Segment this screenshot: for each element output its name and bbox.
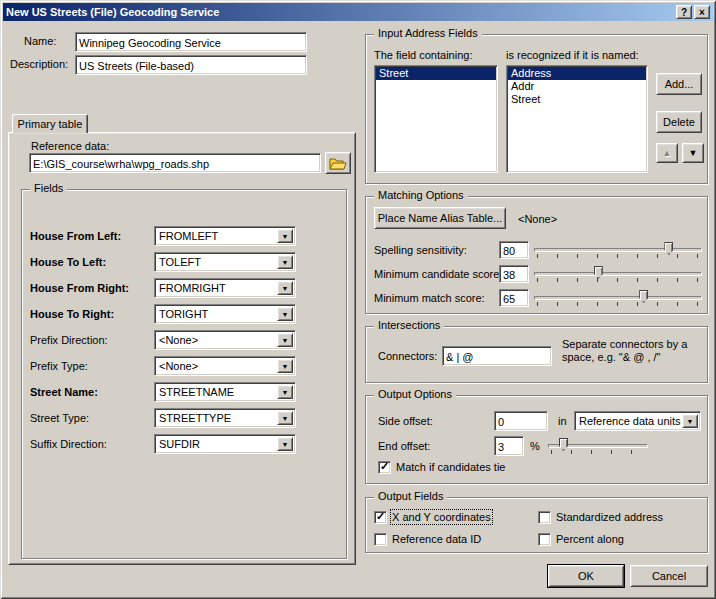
end-offset-input[interactable] [494,436,524,456]
chevron-down-icon[interactable]: ▼ [277,229,293,243]
input-address-fields-group: Input Address Fields The field containin… [365,34,708,184]
checkbox-box[interactable] [538,511,551,524]
help-icon[interactable]: ? [676,5,692,19]
house-from-left-dropdown[interactable]: FROMLEFT ▼ [154,226,296,246]
chevron-down-icon[interactable]: ▼ [682,414,698,428]
list-item[interactable]: Street [376,67,496,80]
description-label: Description: [10,58,68,70]
recognized-listbox[interactable]: Address Addr Street [506,65,648,173]
slider-track [534,272,702,276]
reference-data-input[interactable] [29,153,321,173]
prefix-direction-dropdown[interactable]: <None> ▼ [154,330,296,350]
checkbox-box[interactable] [374,511,387,524]
street-type-dropdown[interactable]: STREETTYPE ▼ [154,408,296,428]
minimum-match-score-slider[interactable] [534,289,702,307]
spelling-sensitivity-input[interactable] [499,241,529,259]
output-fields-group: Output Fields X and Y coordinates Standa… [365,497,708,553]
side-offset-label: Side offset: [378,415,433,427]
output-fields-title: Output Fields [374,490,447,503]
house-from-right-dropdown[interactable]: FROMRIGHT ▼ [154,278,296,298]
recognized-label: is recognized if it is named: [506,49,639,61]
add-button[interactable]: Add... [656,73,702,95]
checkbox-label: Percent along [556,533,624,545]
prefix-type-dropdown[interactable]: <None> ▼ [154,356,296,376]
matching-options-title: Matching Options [374,189,468,202]
spelling-sensitivity-slider[interactable] [534,241,702,259]
xy-coordinates-checkbox-row[interactable]: X and Y coordinates [374,510,491,524]
chevron-down-icon[interactable]: ▼ [277,281,293,295]
intersections-group: Intersections Connectors: Separate conne… [365,326,708,383]
list-item[interactable]: Street [508,93,646,106]
place-name-alias-button[interactable]: Place Name Alias Table... [374,207,506,229]
description-input[interactable] [75,55,307,75]
chevron-down-icon[interactable]: ▼ [277,307,293,321]
ok-button[interactable]: OK [548,565,624,587]
side-offset-units-dropdown[interactable]: Reference data units ▼ [574,411,701,431]
titlebar[interactable]: New US Streets (File) Geocoding Service … [3,3,713,21]
house-to-left-dropdown[interactable]: TOLEFT ▼ [154,252,296,272]
field-containing-listbox[interactable]: Street [374,65,498,173]
output-options-group: Output Options Side offset: in Reference… [365,395,708,484]
open-folder-icon [329,157,347,170]
house-to-right-dropdown[interactable]: TORIGHT ▼ [154,304,296,324]
checkbox-box[interactable] [378,461,391,474]
street-name-dropdown[interactable]: STREETNAME ▼ [154,382,296,402]
name-input[interactable] [75,32,307,52]
name-label: Name: [24,35,56,47]
chevron-down-icon[interactable]: ▼ [277,359,293,373]
checkbox-label: Match if candidates tie [396,461,505,473]
spelling-sensitivity-label: Spelling sensitivity: [374,244,467,256]
end-offset-label: End offset: [378,440,430,452]
chevron-down-icon[interactable]: ▼ [277,255,293,269]
match-tie-checkbox-row[interactable]: Match if candidates tie [378,460,505,474]
chevron-down-icon[interactable]: ▼ [277,411,293,425]
matching-options-group: Matching Options Place Name Alias Table.… [365,196,708,314]
reference-data-label: Reference data: [31,140,109,152]
end-offset-slider[interactable] [548,437,648,455]
dropdown-value: Reference data units [579,415,681,427]
minimum-candidate-score-input[interactable] [499,265,529,283]
dropdown-value: <None> [159,334,198,346]
slider-track [534,248,702,252]
browse-button[interactable] [325,152,351,174]
standardized-address-checkbox-row[interactable]: Standardized address [538,510,663,524]
dropdown-value: STREETNAME [159,386,234,398]
delete-button[interactable]: Delete [656,111,702,133]
dropdown-value: FROMLEFT [159,230,218,242]
checkbox-box[interactable] [374,533,387,546]
close-icon[interactable]: × [694,5,710,19]
slider-ticks [537,302,699,306]
chevron-down-icon[interactable]: ▼ [277,385,293,399]
move-down-button[interactable]: ▼ [682,143,704,163]
move-up-button[interactable]: ▲ [656,143,678,163]
street-name-label: Street Name: [30,386,98,398]
minimum-match-score-label: Minimum match score: [374,292,485,304]
dropdown-value: TORIGHT [159,308,208,320]
geocoding-service-dialog: New US Streets (File) Geocoding Service … [0,0,716,599]
arrow-up-icon: ▲ [663,148,672,158]
percent-along-checkbox-row[interactable]: Percent along [538,532,624,546]
minimum-candidate-score-slider[interactable] [534,265,702,283]
connectors-hint: Separate connectors by a space, e.g. "& … [562,338,704,364]
suffix-direction-dropdown[interactable]: SUFDIR ▼ [154,434,296,454]
chevron-down-icon[interactable]: ▼ [277,333,293,347]
list-item[interactable]: Address [508,67,646,80]
dropdown-value: SUFDIR [159,438,200,450]
chevron-down-icon[interactable]: ▼ [277,437,293,451]
side-offset-input[interactable] [494,411,548,431]
list-item[interactable]: Addr [508,80,646,93]
house-to-left-label: House To Left: [30,256,106,268]
house-to-right-label: House To Right: [30,308,114,320]
tab-primary-table[interactable]: Primary table [12,114,88,133]
primary-table-panel: Reference data: Fields House From Left: … [8,132,356,565]
reference-data-id-checkbox-row[interactable]: Reference data ID [374,532,481,546]
prefix-type-label: Prefix Type: [30,360,88,372]
checkbox-box[interactable] [538,533,551,546]
cancel-button[interactable]: Cancel [630,565,708,587]
connectors-input[interactable] [442,346,552,366]
minimum-match-score-input[interactable] [499,289,529,307]
dropdown-value: STREETTYPE [159,412,231,424]
alias-table-value: <None> [518,213,557,225]
side-offset-in-label: in [558,415,567,427]
dropdown-value: <None> [159,360,198,372]
